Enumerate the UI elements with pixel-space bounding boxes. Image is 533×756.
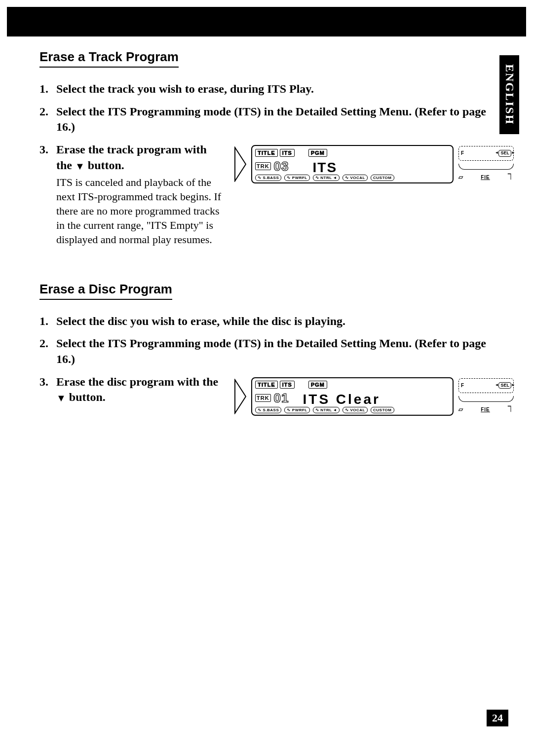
lcd-right-panel: F SEL ▱ FIE ⏋ [457,145,516,183]
lcd-right-bottom: ▱ FIE ⏋ [458,173,514,182]
page-number: 24 [487,710,508,726]
step-3: Erase the track program with the ▼ butto… [39,142,486,247]
lcd-right-panel: F SEL ▱ FIE ⏋ [457,377,516,416]
lcd-chip-vocal: ∿VOCAL [343,175,368,181]
lcd-fie-indicator: FIE [481,174,490,180]
lcd-right-mid [458,163,514,170]
down-triangle-icon: ▼ [56,392,66,404]
language-tab: ENGLISH [499,55,519,134]
step-head: Select the track you wish to erase, duri… [56,82,314,95]
lcd-figure-2: TITLE ITS PGM TRK 01 ITS Clear [233,377,516,416]
section-erase-track: Erase a Track Program Select the track y… [39,49,486,247]
section-title: Erase a Track Program [39,49,179,68]
step-head: Select the ITS Programming mode (ITS) in… [56,105,486,134]
lcd-chip-ntrl: ∿NTRL◄ [313,407,340,413]
lcd-f-indicator: F [461,150,464,156]
lcd-chip-ntrl: ∿NTRL◄ [313,175,340,181]
right-glyph-icon: ⏋ [508,174,514,181]
pointer-icon [233,377,248,416]
steps-list: Select the track you wish to erase, duri… [39,81,486,247]
lcd-row-main: TRK 01 ITS Clear [255,391,450,405]
section-erase-disc: Erase a Disc Program Select the disc you… [39,282,486,416]
lcd-row-chips: ∿S.BASS ∿PWRFL ∿NTRL◄ ∿VOCAL CUSTOM [255,175,450,181]
lcd-tag-its: ITS [280,381,295,389]
top-black-bar [7,7,526,36]
left-glyph-icon: ▱ [458,174,463,181]
lcd-right-mid [458,396,514,402]
lcd-trk-number: 01 [274,390,289,406]
lcd-figure-1: TITLE ITS PGM TRK 03 ITS [233,145,516,183]
lcd-f-indicator: F [461,382,464,389]
step-2: Select the ITS Programming mode (ITS) in… [39,336,486,367]
step-head: Select the ITS Programming mode (ITS) in… [56,337,486,365]
step-head: Select the disc you wish to erase, while… [56,315,345,327]
lcd-tag-pgm: PGM [308,381,327,389]
lcd-chip-pwrfl: ∿PWRFL [284,175,309,181]
lcd-tag-title: TITLE [255,381,278,389]
lcd-right-bottom: ▱ FIE ⏋ [458,405,514,415]
step-1: Select the disc you wish to erase, while… [39,314,486,329]
step-row-with-figure: Erase the disc program with the ▼ button… [56,374,486,416]
lcd-chip-sbass: ∿S.BASS [255,175,281,181]
step-row-with-figure: Erase the track program with the ▼ butto… [56,142,486,247]
content-area: Erase a Track Program Select the track y… [39,49,486,450]
lcd-chip-pwrfl: ∿PWRFL [284,407,309,413]
arc-icon [458,396,514,402]
svg-marker-0 [235,147,246,181]
lcd-fie-indicator: FIE [481,406,490,413]
lcd-trk-number: 03 [274,158,289,175]
lcd-chip-vocal: ∿VOCAL [343,407,368,413]
lcd-row-main: TRK 03 ITS [255,159,450,174]
lcd-tag-title: TITLE [255,149,278,157]
lcd-chip-custom: CUSTOM [371,175,394,181]
svg-marker-1 [235,380,246,413]
steps-list: Select the disc you wish to erase, while… [39,314,486,416]
lcd-sel-indicator: SEL [498,150,511,157]
lcd-trk-label: TRK [255,162,271,170]
lcd-chip-sbass: ∿S.BASS [255,407,281,413]
step-body: ITS is canceled and playback of the next… [56,175,222,247]
lcd-tag-pgm: PGM [308,149,327,157]
lcd-right-top: F SEL [458,146,514,161]
step-head-part-b: button. [66,391,106,403]
step-text-column: Erase the disc program with the ▼ button… [56,374,222,405]
left-glyph-icon: ▱ [458,406,463,414]
step-head-part-a: Erase the disc program with the [56,375,218,388]
step-3: Erase the disc program with the ▼ button… [39,374,486,416]
lcd-row-tags: TITLE ITS PGM [255,380,450,390]
lcd-row-tags: TITLE ITS PGM [255,148,450,158]
step-text-column: Erase the track program with the ▼ butto… [56,142,222,247]
section-title: Erase a Disc Program [39,282,172,300]
lcd-sel-indicator: SEL [498,382,511,389]
lcd-trk-label: TRK [255,394,271,402]
lcd-display: TITLE ITS PGM TRK 03 ITS [251,145,454,183]
step-1: Select the track you wish to erase, duri… [39,81,486,97]
manual-page: ENGLISH Erase a Track Program Select the… [0,0,533,756]
lcd-display: TITLE ITS PGM TRK 01 ITS Clear [251,377,454,416]
lcd-chip-custom: CUSTOM [371,407,394,413]
lcd-tag-its: ITS [280,149,295,157]
language-tab-label: ENGLISH [503,64,516,125]
step-head-part-b: button. [85,159,124,172]
lcd-right-top: F SEL [458,378,514,393]
down-triangle-icon: ▼ [75,160,85,173]
right-glyph-icon: ⏋ [508,406,514,414]
lcd-row-chips: ∿S.BASS ∿PWRFL ∿NTRL◄ ∿VOCAL CUSTOM [255,406,450,413]
pointer-icon [233,145,248,183]
step-2: Select the ITS Programming mode (ITS) in… [39,104,486,135]
arc-icon [458,164,514,170]
